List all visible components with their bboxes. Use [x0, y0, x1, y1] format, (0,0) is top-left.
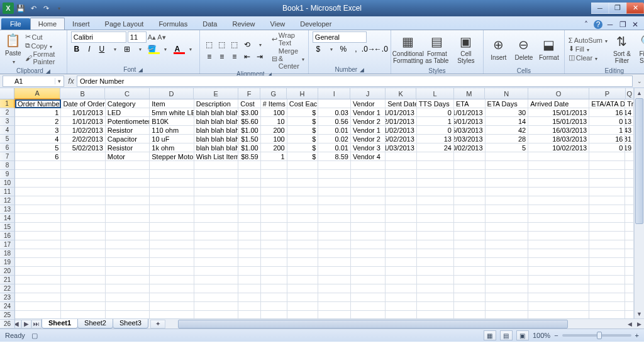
- cell[interactable]: [261, 205, 287, 214]
- cell[interactable]: [625, 188, 634, 196]
- row-header[interactable]: 13: [0, 205, 15, 214]
- cell[interactable]: [454, 284, 486, 293]
- column-header[interactable]: P: [589, 88, 625, 99]
- cell[interactable]: [287, 249, 319, 258]
- cell[interactable]: [318, 249, 351, 258]
- row-header[interactable]: 23: [0, 293, 15, 302]
- cell[interactable]: 28: [486, 135, 529, 143]
- cell[interactable]: [486, 196, 529, 205]
- cell[interactable]: [417, 267, 454, 276]
- tab-nav-next-icon[interactable]: ▶: [21, 320, 31, 328]
- cell[interactable]: [238, 267, 260, 276]
- cell[interactable]: 42: [486, 126, 529, 135]
- tab-data[interactable]: Data: [195, 18, 225, 30]
- cell[interactable]: 18/03/2013: [528, 135, 589, 143]
- cell[interactable]: [261, 232, 287, 240]
- cell[interactable]: [150, 196, 194, 205]
- cell[interactable]: 2/03/2013: [454, 135, 486, 143]
- cell[interactable]: [106, 249, 150, 258]
- cell[interactable]: $: [287, 117, 319, 126]
- cell[interactable]: [528, 223, 589, 232]
- scroll-down-icon[interactable]: ▼: [635, 309, 644, 318]
- window-restore-button[interactable]: ❐: [609, 3, 626, 14]
- cell[interactable]: 0.56: [318, 117, 351, 126]
- cell[interactable]: [238, 179, 260, 188]
- cell[interactable]: B10K: [150, 117, 194, 126]
- cell[interactable]: [386, 240, 417, 249]
- cell[interactable]: [106, 240, 150, 249]
- row-header[interactable]: 12: [0, 196, 15, 205]
- cell[interactable]: [351, 249, 386, 258]
- help-icon[interactable]: ?: [594, 20, 602, 29]
- cell[interactable]: [287, 179, 319, 188]
- cell[interactable]: [150, 232, 194, 240]
- cell[interactable]: [454, 214, 486, 223]
- cell[interactable]: [454, 152, 486, 161]
- cell[interactable]: Resistor: [106, 143, 150, 152]
- cell[interactable]: [15, 161, 61, 170]
- cell[interactable]: [417, 196, 454, 205]
- cell[interactable]: [238, 293, 260, 302]
- cell[interactable]: [150, 223, 194, 232]
- format-as-table-button[interactable]: ▤Format as Table: [424, 31, 450, 67]
- cell[interactable]: [238, 188, 260, 196]
- cell[interactable]: [454, 188, 486, 196]
- cell[interactable]: [386, 214, 417, 223]
- cell[interactable]: [61, 293, 105, 302]
- row-header[interactable]: 16: [0, 232, 15, 240]
- cell[interactable]: [351, 170, 386, 179]
- number-format-select[interactable]: [313, 31, 367, 43]
- cell[interactable]: [15, 223, 61, 232]
- cell[interactable]: [150, 284, 194, 293]
- cell[interactable]: [528, 258, 589, 267]
- cell[interactable]: $3.00: [238, 108, 260, 117]
- cell[interactable]: [261, 179, 287, 188]
- cell[interactable]: [386, 293, 417, 302]
- cell[interactable]: 14: [486, 117, 529, 126]
- cell[interactable]: [150, 311, 194, 318]
- cell[interactable]: [287, 196, 319, 205]
- zoom-in-button[interactable]: +: [635, 332, 639, 339]
- cell[interactable]: [417, 223, 454, 232]
- cell[interactable]: [351, 223, 386, 232]
- cell[interactable]: [15, 179, 61, 188]
- cell[interactable]: [318, 188, 351, 196]
- cell[interactable]: [287, 232, 319, 240]
- cell[interactable]: [351, 214, 386, 223]
- cell[interactable]: [261, 161, 287, 170]
- comma-button[interactable]: ,: [350, 43, 362, 55]
- cell[interactable]: [528, 267, 589, 276]
- cell[interactable]: [318, 161, 351, 170]
- cell[interactable]: 0: [589, 117, 625, 126]
- cell[interactable]: [454, 302, 486, 311]
- cut-button[interactable]: ✂Cut: [25, 33, 63, 41]
- cell[interactable]: [150, 258, 194, 267]
- cell[interactable]: [625, 223, 634, 232]
- cell[interactable]: [150, 249, 194, 258]
- cell[interactable]: $: [287, 143, 319, 152]
- cell[interactable]: 1/01/2013: [61, 108, 105, 117]
- cell[interactable]: [625, 179, 634, 188]
- cell[interactable]: [150, 276, 194, 284]
- cell[interactable]: 30: [486, 108, 529, 117]
- tab-formulas[interactable]: Formulas: [151, 18, 195, 30]
- cell[interactable]: 0.01: [318, 143, 351, 152]
- cell[interactable]: [318, 284, 351, 293]
- cell[interactable]: $: [287, 152, 319, 161]
- cell[interactable]: [625, 284, 634, 293]
- cell[interactable]: 200: [261, 143, 287, 152]
- cell[interactable]: 1: [261, 152, 287, 161]
- percent-button[interactable]: %: [338, 43, 349, 55]
- cell[interactable]: [106, 161, 150, 170]
- cell[interactable]: 15/01/2013: [454, 117, 486, 126]
- underline-button[interactable]: U: [96, 43, 108, 55]
- cell[interactable]: [454, 240, 486, 249]
- cell[interactable]: [106, 223, 150, 232]
- cell[interactable]: [386, 276, 417, 284]
- cell[interactable]: [15, 293, 61, 302]
- row-header[interactable]: 5: [0, 135, 15, 143]
- cell[interactable]: [106, 293, 150, 302]
- cell[interactable]: 100: [261, 108, 287, 117]
- cell[interactable]: 1/03/2013: [386, 143, 417, 152]
- cell[interactable]: [318, 179, 351, 188]
